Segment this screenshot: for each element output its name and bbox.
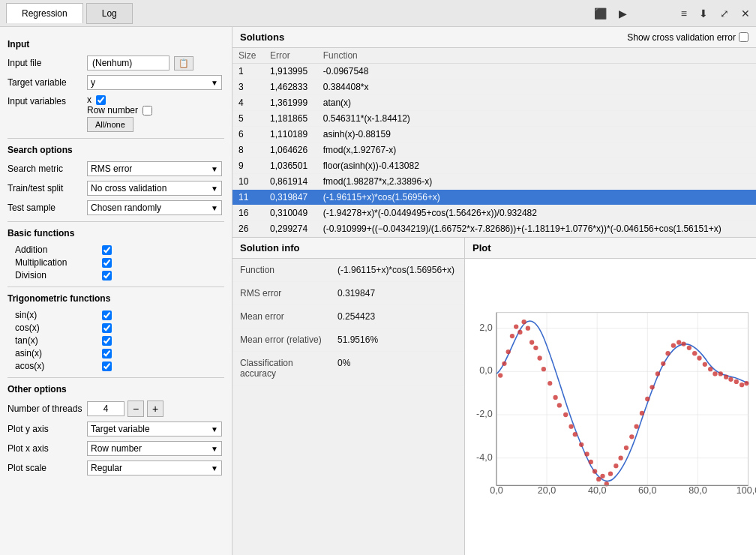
func-cosx-label: cos(x): [15, 322, 98, 333]
play-button[interactable]: ▶: [619, 8, 627, 20]
func-acosx-row: acos(x): [15, 361, 224, 371]
func-multiplication-row: Multiplication: [15, 257, 224, 268]
table-row[interactable]: 4 1,361999 atan(x): [232, 95, 756, 111]
test-sample-arrow: ▼: [211, 204, 218, 212]
solutions-scroll[interactable]: Size Error Function 1 1,913995 -0.096754…: [232, 48, 756, 237]
svg-text:60,0: 60,0: [638, 485, 656, 496]
table-row[interactable]: 5 1,181865 0.546311*(x-1.84412): [232, 111, 756, 127]
table-row[interactable]: 6 1,110189 asinh(x)-0.88159: [232, 127, 756, 142]
cell-function: fmod(1.98287*x,2.33896-x): [317, 174, 756, 190]
cross-validation-label: Show cross validation error: [627, 32, 736, 43]
info-label: Classification accuracy: [232, 352, 330, 386]
svg-point-60: [692, 351, 697, 356]
train-test-select[interactable]: No cross validation ▼: [87, 181, 222, 196]
plot-section: Plot 2,0 0,0 -2,0: [465, 238, 756, 555]
cross-validation-row: Show cross validation error: [627, 32, 748, 43]
thread-input[interactable]: [87, 401, 124, 416]
svg-point-63: [708, 367, 712, 371]
thread-decrement-button[interactable]: −: [128, 400, 144, 417]
download-icon[interactable]: ⬇: [699, 8, 708, 20]
info-row: Mean error (relative) 51.9516%: [232, 328, 464, 352]
svg-point-68: [734, 380, 739, 384]
tab-regression[interactable]: Regression: [6, 3, 83, 23]
svg-text:2,0: 2,0: [479, 322, 493, 333]
plot-y-select[interactable]: Target variable ▼: [87, 422, 222, 436]
cell-size: 16: [232, 206, 264, 221]
menu-icon[interactable]: ≡: [681, 8, 687, 20]
svg-point-41: [596, 477, 601, 482]
table-row[interactable]: 16 0,310049 (-1.94278+x)*(-0.0449495+cos…: [232, 206, 756, 221]
svg-text:-2,0: -2,0: [476, 409, 493, 419]
func-sinx-checkbox[interactable]: [102, 310, 112, 320]
target-variable-select[interactable]: y ▼: [87, 75, 222, 90]
table-row[interactable]: 8 1,064626 fmod(x,1.92767-x): [232, 142, 756, 158]
func-addition-checkbox[interactable]: [102, 245, 112, 255]
plot-y-arrow: ▼: [211, 425, 218, 434]
thread-increment-button[interactable]: +: [147, 400, 164, 417]
table-row[interactable]: 9 1,036501 floor(asinh(x))-0.413082: [232, 158, 756, 174]
target-variable-arrow: ▼: [211, 79, 218, 87]
func-cosx-checkbox[interactable]: [102, 323, 112, 333]
svg-point-26: [526, 326, 530, 330]
var-x-checkbox[interactable]: [96, 95, 106, 105]
svg-point-23: [514, 324, 518, 328]
func-acosx-checkbox[interactable]: [102, 362, 112, 371]
test-sample-select[interactable]: Chosen randomly ▼: [87, 200, 222, 215]
num-threads-label: Number of threads: [8, 404, 82, 414]
svg-text:40,0: 40,0: [588, 485, 606, 496]
info-row: Mean error 0.254423: [232, 305, 464, 328]
func-tanx-checkbox[interactable]: [102, 336, 112, 346]
svg-point-42: [600, 474, 604, 478]
func-cosx-row: cos(x): [15, 322, 224, 333]
cell-error: 0,310049: [264, 206, 317, 221]
table-row[interactable]: 10 0,861914 fmod(1.98287*x,2.33896-x): [232, 174, 756, 190]
svg-point-55: [665, 351, 670, 356]
svg-point-24: [518, 330, 522, 334]
cross-validation-checkbox[interactable]: [739, 32, 748, 42]
expand-icon[interactable]: ⤢: [720, 8, 729, 20]
plot-x-label: Plot x axis: [8, 443, 82, 454]
var-rownumber-checkbox[interactable]: [142, 106, 152, 116]
title-bar: Regression Log ⬛ ▶ ≡ ⬇ ⤢ ✕: [0, 0, 756, 27]
target-variable-label: Target variable: [8, 77, 82, 88]
func-division-row: Division: [15, 270, 224, 280]
all-none-button[interactable]: All/none: [87, 117, 134, 132]
func-asinx-checkbox[interactable]: [102, 349, 112, 358]
info-row: RMS error 0.319847: [232, 282, 464, 305]
table-row[interactable]: 3 1,462833 0.384408*x: [232, 80, 756, 95]
func-addition-row: Addition: [15, 244, 224, 255]
plot-scale-row: Plot scale Regular ▼: [8, 460, 224, 476]
tab-log[interactable]: Log: [86, 3, 133, 24]
plot-y-row: Plot y axis Target variable ▼: [8, 422, 224, 436]
svg-point-38: [584, 452, 589, 456]
plot-x-select[interactable]: Row number ▼: [87, 441, 222, 456]
table-row[interactable]: 1 1,913995 -0.0967548: [232, 64, 756, 80]
input-file-browse-button[interactable]: 📋: [174, 56, 194, 70]
cell-function: atan(x): [317, 95, 756, 111]
other-options-title: Other options: [8, 384, 224, 394]
func-division-checkbox[interactable]: [102, 271, 112, 280]
stop-button[interactable]: ⬛: [594, 8, 607, 20]
test-sample-label: Test sample: [8, 202, 82, 213]
search-metric-select[interactable]: RMS error ▼: [87, 161, 222, 176]
close-button[interactable]: ✕: [741, 8, 750, 20]
svg-point-35: [568, 424, 573, 429]
func-acosx-label: acos(x): [15, 361, 98, 371]
table-row[interactable]: 26 0,299274 (-0.910999+((−0.0434219)/(1.…: [232, 221, 756, 237]
table-row[interactable]: 11 0,319847 (-1.96115+x)*cos(1.56956+x): [232, 190, 756, 206]
info-label: RMS error: [232, 282, 330, 305]
info-value: 0.254423: [330, 305, 464, 328]
cell-size: 3: [232, 80, 264, 95]
plot-area: 2,0 0,0 -2,0 -4,0 0,0 20,0 40,0 60,0 80,…: [465, 259, 756, 555]
svg-point-19: [498, 373, 502, 377]
plot-scale-select[interactable]: Regular ▼: [87, 460, 222, 476]
svg-point-66: [724, 375, 728, 380]
svg-point-48: [629, 434, 634, 439]
func-tanx-label: tan(x): [15, 335, 98, 346]
func-multiplication-checkbox[interactable]: [102, 258, 112, 268]
solutions-section: Solutions Show cross validation error Si…: [232, 27, 756, 238]
input-file-row: Input file (Nenhum) 📋: [8, 56, 224, 70]
plot-scale-arrow: ▼: [211, 464, 218, 472]
train-test-arrow: ▼: [211, 184, 218, 193]
cell-size: 8: [232, 142, 264, 158]
